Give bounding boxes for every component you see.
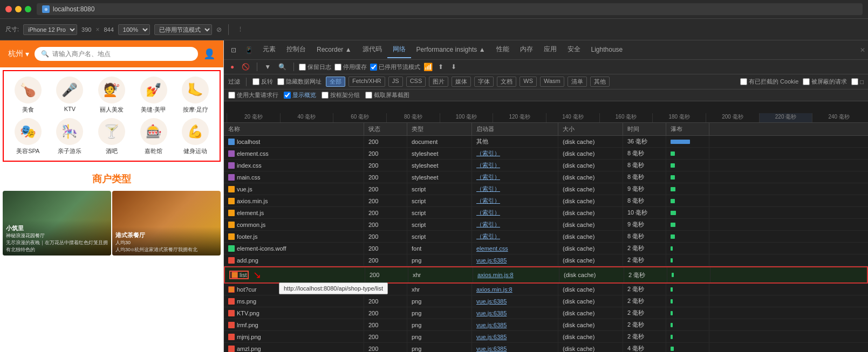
third-party-checkbox[interactable]: □ (851, 78, 864, 85)
category-item-spa[interactable]: 🎭 美容SPA (9, 118, 47, 155)
table-row[interactable]: add.png 200 png vue.js:6385 (disk cache)… (224, 254, 868, 266)
category-item-nail[interactable]: 💅 美缝·美甲 (135, 77, 173, 114)
initiator-link[interactable]: element.css (476, 245, 508, 252)
table-row[interactable]: localhost 200 document 其他 (disk cache) 3… (224, 136, 868, 148)
inspect-icon[interactable]: ⊡ (227, 43, 241, 57)
user-icon[interactable]: 👤 (203, 48, 215, 60)
table-row[interactable]: lrmf.png 200 png vue.js:6385 (disk cache… (224, 319, 868, 331)
filter-wasm[interactable]: Wasm (540, 77, 564, 87)
city-selector[interactable]: 杭州 ▾ (8, 49, 29, 59)
category-item-gym[interactable]: 💪 健身运动 (176, 118, 214, 155)
import-button[interactable]: ⬆ (436, 62, 446, 72)
filter-doc[interactable]: 文档 (497, 77, 516, 87)
disable-cache-checkbox[interactable]: 停用缓存 (334, 63, 367, 71)
device-icon[interactable]: 📱 (241, 43, 257, 57)
filter-ws[interactable]: WS (520, 77, 537, 87)
minimize-button[interactable] (15, 6, 22, 12)
filter-fetch-xhr[interactable]: Fetch/XHR (348, 77, 385, 87)
initiator-link[interactable]: vue.js:6385 (476, 334, 507, 340)
filter-img[interactable]: 图片 (429, 77, 448, 87)
throttle-selector[interactable]: 已停用节流模式 (154, 24, 212, 35)
table-row[interactable]: element.css 200 stylesheet （索引） (disk ca… (224, 148, 868, 160)
initiator-link[interactable]: （索引） (476, 173, 500, 181)
initiator-link[interactable]: （索引） (476, 220, 500, 229)
address-bar[interactable]: ⊕ localhost:8080 (37, 3, 863, 15)
table-row[interactable]: mjmj.png 200 png vue.js:6385 (disk cache… (224, 331, 868, 343)
invert-checkbox[interactable]: 反转 (252, 78, 273, 86)
category-item-massage[interactable]: 🦶 按摩·足疗 (176, 77, 214, 114)
show-overview-checkbox[interactable]: 显示概览 (284, 91, 316, 99)
group-by-frame-checkbox[interactable]: 按框架分组 (322, 91, 360, 99)
category-item-kids[interactable]: 🎠 亲子游乐 (51, 118, 89, 155)
tab-network[interactable]: 网络 (387, 42, 411, 58)
filter-js[interactable]: JS (388, 77, 403, 87)
tab-lighthouse[interactable]: Lighthouse (586, 43, 628, 58)
tab-console[interactable]: 控制台 (281, 42, 311, 58)
search-box[interactable]: 🔍 (35, 47, 198, 61)
initiator-link[interactable]: vue.js:6385 (476, 310, 507, 316)
restaurant-card-2[interactable]: 港式茶餐厅 人均30 人均30⊙杭州这家港式茶餐厅我拥有北 (112, 191, 221, 256)
filter-all[interactable]: 全部 (326, 77, 345, 87)
initiator-link[interactable]: axios.min.js:8 (477, 272, 514, 278)
tab-performance-insights[interactable]: Performance insights ▲ (411, 43, 491, 58)
clear-button[interactable]: 🚫 (240, 62, 252, 72)
list-row[interactable]: list ↘ http://localhost:8080/api/shop-ty… (224, 266, 868, 284)
large-rows-checkbox[interactable]: 使用大量请求行 (228, 91, 278, 99)
category-item-ktv[interactable]: 🎤 KTV (51, 77, 89, 114)
table-row[interactable]: ms.png 200 png vue.js:6385 (disk cache) … (224, 295, 868, 307)
table-row[interactable]: vue.js 200 script （索引） (disk cache) 9 毫秒 (224, 183, 868, 195)
table-row[interactable]: axios.min.js 200 script （索引） (disk cache… (224, 195, 868, 207)
category-item-bar[interactable]: 🍸 酒吧 (93, 118, 131, 155)
filter-other[interactable]: 其他 (590, 77, 610, 87)
screenshot-checkbox[interactable]: 截取屏幕截图 (365, 91, 409, 99)
table-row[interactable]: element.js 200 script （索引） (disk cache) … (224, 207, 868, 219)
table-row[interactable]: element-icons.woff 200 font element.css … (224, 243, 868, 254)
category-item-meishi[interactable]: 🍗 美食 (9, 77, 47, 114)
table-row[interactable]: index.css 200 stylesheet （索引） (disk cach… (224, 160, 868, 171)
more-options-button[interactable]: ⋮ (235, 25, 245, 34)
table-row[interactable]: amzl.png 200 png vue.js:6385 (disk cache… (224, 343, 868, 352)
initiator-link[interactable]: （索引） (476, 185, 500, 193)
device-selector[interactable]: iPhone 12 Pro (23, 24, 77, 35)
throttle-checkbox[interactable]: 已停用节流模式 (370, 63, 420, 71)
tab-performance[interactable]: 性能 (491, 42, 515, 58)
initiator-link[interactable]: （索引） (476, 161, 500, 169)
blocked-requests-checkbox[interactable]: 被屏蔽的请求 (803, 78, 847, 86)
tab-application[interactable]: 应用 (538, 42, 562, 58)
filter-font[interactable]: 字体 (474, 77, 494, 87)
tab-security[interactable]: 安全 (562, 42, 586, 58)
filter-css[interactable]: CSS (406, 77, 426, 87)
hide-data-urls-checkbox[interactable]: 隐藏数据网址 (277, 78, 322, 86)
close-button[interactable] (5, 6, 12, 12)
zoom-selector[interactable]: 100% (118, 24, 150, 35)
search-input[interactable] (52, 50, 192, 58)
devtools-close[interactable]: ✕ (860, 46, 865, 54)
maximize-button[interactable] (25, 6, 31, 12)
record-button[interactable]: ● (228, 62, 236, 72)
initiator-link[interactable]: （索引） (476, 197, 500, 205)
preserve-log-checkbox[interactable]: 保留日志 (299, 63, 331, 71)
initiator-link[interactable]: （索引） (476, 149, 500, 157)
category-item-game[interactable]: 🎰 嘉乾馆 (135, 118, 173, 155)
tab-sources[interactable]: 源代码 (357, 42, 387, 58)
category-item-beauty[interactable]: 💇 丽人美发 (93, 77, 131, 114)
blocked-cookies-checkbox[interactable]: 有已拦截的 Cookie (740, 78, 798, 86)
table-row[interactable]: KTV.png 200 png vue.js:6385 (disk cache)… (224, 307, 868, 319)
tab-memory[interactable]: 内存 (515, 42, 538, 58)
initiator-link[interactable]: axios.min.js:8 (476, 286, 512, 293)
filter-media[interactable]: 媒体 (452, 77, 471, 87)
initiator-link[interactable]: vue.js:6385 (476, 257, 507, 264)
initiator-link[interactable]: vue.js:6385 (476, 298, 507, 305)
tab-elements[interactable]: 元素 (257, 42, 281, 58)
initiator-link[interactable]: （索引） (476, 232, 500, 240)
initiator-link[interactable]: vue.js:6385 (476, 322, 507, 328)
filter-manifest[interactable]: 清单 (568, 77, 587, 87)
initiator-link[interactable]: vue.js:6385 (476, 346, 507, 352)
filter-button[interactable]: ▼ (262, 62, 273, 72)
restaurant-card-1[interactable]: 小筑里 神秘浪漫花园餐厅 无尽浪漫的夜晚｜在万花丛中摆着红色灯笼且拥有北独特色的 (3, 191, 111, 256)
table-row[interactable]: common.js 200 script （索引） (disk cache) 9… (224, 219, 868, 231)
table-row[interactable]: main.css 200 stylesheet （索引） (disk cache… (224, 171, 868, 183)
export-button[interactable]: ⬇ (449, 62, 459, 72)
tab-recorder[interactable]: Recorder ▲ (311, 43, 357, 58)
table-row[interactable]: footer.js 200 script （索引） (disk cache) 8… (224, 231, 868, 243)
